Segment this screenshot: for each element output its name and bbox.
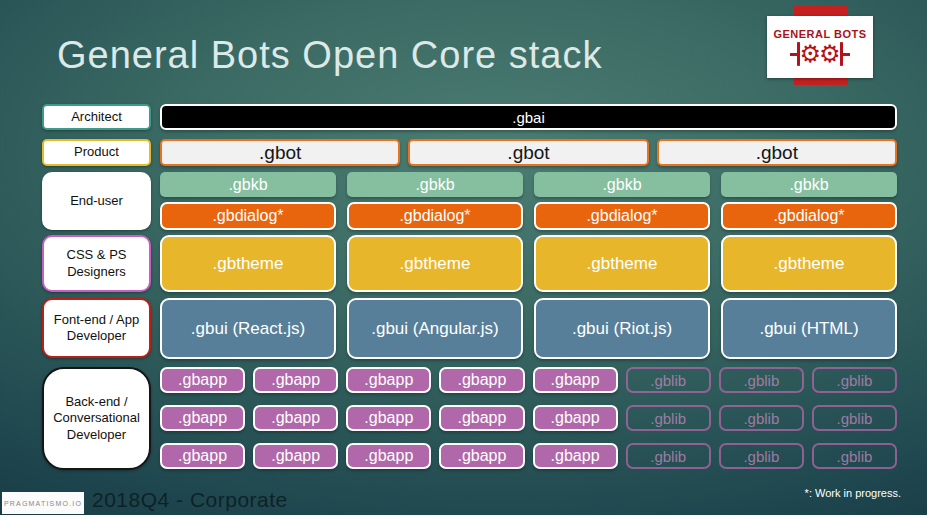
role-label-product: Product [42, 139, 151, 166]
row-backend-2: .gbapp .gbapp .gbapp .gbapp .gbapp .gbli… [160, 405, 897, 431]
gbot-block: .gbot [160, 139, 400, 166]
role-label-end-user: End-user [42, 172, 151, 230]
gbapp-block: .gbapp [253, 367, 338, 393]
work-in-progress-note: *: Work in progress. [805, 487, 901, 499]
gbkb-block: .gbkb [160, 172, 336, 197]
gbapp-block: .gbapp [533, 367, 618, 393]
gbot-block: .gbot [657, 139, 897, 166]
gbapp-block: .gbapp [253, 405, 338, 431]
gbai-block: .gbai [160, 104, 897, 130]
gbui-react-block: .gbui (React.js) [160, 298, 336, 359]
role-label-backend: Back-end / Conversational Developer [42, 367, 151, 470]
page-title: General Bots Open Core stack [57, 34, 602, 77]
footer-quarter-text: 2018Q4 - Corporate [92, 488, 288, 512]
gbot-block: .gbot [408, 139, 648, 166]
logo-gears: ⚙ ⚙ [790, 42, 849, 66]
gbtheme-block: .gbtheme [160, 235, 336, 292]
row-gbot: .gbot .gbot .gbot [160, 139, 897, 166]
slide-canvas: General Bots Open Core stack GENERAL BOT… [0, 0, 927, 517]
gbapp-block: .gbapp [439, 405, 524, 431]
role-label-frontend: Font-end / App Developer [42, 298, 151, 358]
general-bots-logo: GENERAL BOTS ⚙ ⚙ [767, 16, 873, 78]
gbapp-block: .gbapp [439, 367, 524, 393]
gbdialog-block: .gbdialog* [347, 202, 523, 230]
gbapp-block: .gbapp [160, 405, 245, 431]
gbapp-block: .gbapp [346, 405, 431, 431]
gblib-block: .gblib [626, 443, 711, 469]
role-label-architect: Architect [42, 104, 151, 130]
gbapp-block: .gbapp [439, 443, 524, 469]
gbapp-block: .gbapp [346, 367, 431, 393]
gbdialog-block: .gbdialog* [721, 202, 897, 230]
gbdialog-block: .gbdialog* [160, 202, 336, 230]
gbkb-block: .gbkb [721, 172, 897, 197]
gbapp-block: .gbapp [533, 405, 618, 431]
gblib-block: .gblib [812, 367, 897, 393]
gblib-block: .gblib [626, 367, 711, 393]
role-label-designers: CSS & PS Designers [42, 235, 151, 292]
gbkb-block: .gbkb [534, 172, 710, 197]
gear-icon: ⚙ [819, 42, 841, 66]
row-gbai: .gbai [160, 104, 897, 130]
gblib-block: .gblib [812, 405, 897, 431]
gbui-riot-block: .gbui (Riot.js) [534, 298, 710, 359]
row-gbui: .gbui (React.js) .gbui (Angular.js) .gbu… [160, 298, 897, 359]
gbapp-block: .gbapp [160, 443, 245, 469]
gbapp-block: .gbapp [346, 443, 431, 469]
row-backend-1: .gbapp .gbapp .gbapp .gbapp .gbapp .gbli… [160, 367, 897, 393]
gear-icon: ⚙ [799, 42, 821, 66]
row-gbtheme: .gbtheme .gbtheme .gbtheme .gbtheme [160, 235, 897, 292]
gbtheme-block: .gbtheme [534, 235, 710, 292]
gbapp-block: .gbapp [533, 443, 618, 469]
row-backend-3: .gbapp .gbapp .gbapp .gbapp .gbapp .gbli… [160, 443, 897, 469]
gblib-block: .gblib [626, 405, 711, 431]
gbtheme-block: .gbtheme [347, 235, 523, 292]
logo-stub-left [790, 53, 797, 56]
gbtheme-block: .gbtheme [721, 235, 897, 292]
row-gbkb: .gbkb .gbkb .gbkb .gbkb [160, 172, 897, 197]
gbapp-block: .gbapp [160, 367, 245, 393]
gblib-block: .gblib [812, 443, 897, 469]
gbapp-block: .gbapp [253, 443, 338, 469]
gblib-block: .gblib [719, 405, 804, 431]
gblib-block: .gblib [719, 367, 804, 393]
gbdialog-block: .gbdialog* [534, 202, 710, 230]
gbui-html-block: .gbui (HTML) [721, 298, 897, 359]
gblib-block: .gblib [719, 443, 804, 469]
row-gbdialog: .gbdialog* .gbdialog* .gbdialog* .gbdial… [160, 202, 897, 230]
pragmatismo-badge: PRAGMATISMO.IO [2, 492, 84, 514]
logo-stub-right [843, 53, 850, 56]
gbkb-block: .gbkb [347, 172, 523, 197]
logo-brand-text: GENERAL BOTS [773, 28, 866, 40]
gbui-angular-block: .gbui (Angular.js) [347, 298, 523, 359]
